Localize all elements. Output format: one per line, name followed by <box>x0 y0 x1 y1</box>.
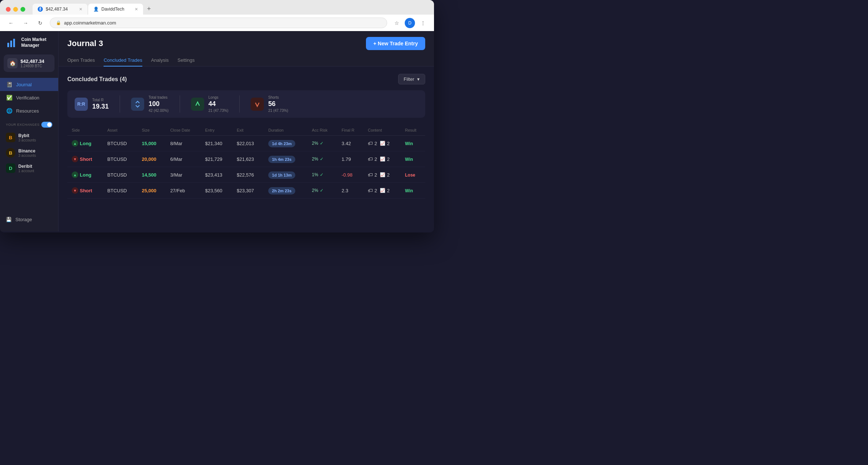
new-tab-button[interactable]: + <box>144 4 154 14</box>
browser-tab-2[interactable]: 👤 DaviddTech ✕ <box>88 4 143 15</box>
binance-name: Binance <box>18 148 52 154</box>
sidebar-item-verification[interactable]: ✅ Verification <box>0 91 58 104</box>
filter-button[interactable]: Filter ▾ <box>398 74 425 84</box>
table-body: ▲ Long BTCUSD 15,000 8/Mar $21,340 $22,0… <box>67 136 425 199</box>
check-icon-1: ✓ <box>320 156 323 162</box>
table-head: Side Asset Size Close Date Entry Exit Du… <box>67 125 425 136</box>
result-badge-2: Lose <box>405 173 415 178</box>
sidebar-item-journal[interactable]: 📓 Journal <box>0 78 58 91</box>
cell-content-3: 🏷 2 📈 2 <box>363 183 401 199</box>
tab-title-2: DaviddTech <box>101 7 124 12</box>
new-trade-button[interactable]: + New Trade Entry <box>366 37 425 50</box>
risk-cell-1: 2% ✓ <box>312 156 333 162</box>
duration-badge-2: 1d 1h 13m <box>268 171 295 179</box>
main-header: Journal 3 + New Trade Entry Open Trades … <box>59 31 434 67</box>
tabs-nav: Open Trades Concluded Trades Analysis Se… <box>67 54 425 66</box>
cell-close-date-0: 8/Mar <box>166 136 201 151</box>
result-badge-0: Win <box>405 141 413 146</box>
shorts-label: Shorts <box>268 95 288 99</box>
wallet-card[interactable]: 🏠 $42,487.34 1.24939 BTC <box>4 54 55 72</box>
close-tab-1[interactable]: ✕ <box>79 7 82 12</box>
duration-badge-0: 1d 4h 23m <box>268 140 295 147</box>
tab-analysis[interactable]: Analysis <box>151 54 169 67</box>
exchange-binance[interactable]: B Binance 3 accounts <box>0 145 58 160</box>
exchange-bybit[interactable]: B Bybit 3 accounts <box>0 130 58 145</box>
resources-label: Resources <box>16 108 39 114</box>
cell-size-0: 15,000 <box>138 136 166 151</box>
table-row[interactable]: ▼ Short BTCUSD 20,000 6/Mar $21,729 $21,… <box>67 151 425 167</box>
cell-close-date-2: 3/Mar <box>166 167 201 183</box>
back-button[interactable]: ← <box>6 18 16 28</box>
exchanges-section-label: YOUR EXCHANGES <box>0 117 58 130</box>
toolbar-actions: ☆ D ⋮ <box>392 18 428 28</box>
profile-button[interactable]: D <box>405 18 415 28</box>
close-button[interactable] <box>6 7 11 12</box>
check-icon-0: ✓ <box>320 141 323 146</box>
tab-settings[interactable]: Settings <box>177 54 195 67</box>
stat-longs: Longs 44 21 (47.73%) <box>180 95 239 113</box>
tab-concluded-trades[interactable]: Concluded Trades <box>104 54 142 67</box>
trades-details: Total trades 100 42 (42.00%) <box>149 95 168 113</box>
check-icon-3: ✓ <box>320 188 323 193</box>
col-final-r: Final R <box>337 125 364 136</box>
svg-rect-1 <box>10 41 12 47</box>
maximize-button[interactable] <box>20 7 25 12</box>
shorts-icon <box>251 98 264 111</box>
sidebar-item-storage[interactable]: 💾 Storage <box>0 213 58 226</box>
cell-close-date-1: 6/Mar <box>166 151 201 167</box>
bybit-accounts: 3 accounts <box>18 138 52 142</box>
stat-shorts: Shorts 56 21 (47.73%) <box>239 95 299 113</box>
cell-size-2: 14,500 <box>138 167 166 183</box>
filter-label: Filter <box>404 76 414 82</box>
binance-accounts: 3 accounts <box>18 154 52 158</box>
binance-icon: B <box>6 148 15 158</box>
cell-acc-risk-2: 1% ✓ <box>307 167 337 183</box>
deribit-accounts: 1 account <box>18 169 52 173</box>
verification-label: Verification <box>16 95 40 101</box>
cell-side-1: ▼ Short <box>67 151 103 167</box>
reload-button[interactable]: ↻ <box>35 18 45 28</box>
star-button[interactable]: ☆ <box>392 18 402 28</box>
minimize-button[interactable] <box>13 7 18 12</box>
table-row[interactable]: ▲ Long BTCUSD 14,500 3/Mar $23,413 $22,5… <box>67 167 425 183</box>
tab-open-trades[interactable]: Open Trades <box>67 54 95 67</box>
section-header: Concluded Trades (4) Filter ▾ <box>67 74 425 84</box>
cell-asset-0: BTCUSD <box>103 136 137 151</box>
trades-table: Side Asset Size Close Date Entry Exit Du… <box>67 125 425 199</box>
fav-toggle[interactable] <box>41 122 52 128</box>
risk-cell-3: 2% ✓ <box>312 188 333 193</box>
cell-exit-2: $22,576 <box>232 167 264 183</box>
main-content: Journal 3 + New Trade Entry Open Trades … <box>59 31 434 231</box>
cell-entry-1: $21,729 <box>201 151 232 167</box>
sidebar-item-resources[interactable]: 🌐 Resources <box>0 104 58 117</box>
cell-side-2: ▲ Long <box>67 167 103 183</box>
risk-cell-2: 1% ✓ <box>312 172 333 177</box>
rr-icon: R:R <box>75 98 88 111</box>
table-row[interactable]: ▼ Short BTCUSD 25,000 27/Feb $23,560 $23… <box>67 183 425 199</box>
cell-result-1: Win <box>401 151 425 167</box>
bybit-icon: B <box>6 133 15 142</box>
content-area: Concluded Trades (4) Filter ▾ R:R Total … <box>59 67 434 231</box>
trades-value: 100 <box>149 100 168 108</box>
logo-icon <box>6 37 18 49</box>
exchange-deribit[interactable]: D Deribit 1 account <box>0 160 58 176</box>
col-asset: Asset <box>103 125 137 136</box>
close-tab-2[interactable]: ✕ <box>135 7 138 12</box>
address-bar[interactable]: 🔒 app.coinmarketman.com <box>50 18 387 28</box>
table-row[interactable]: ▲ Long BTCUSD 15,000 8/Mar $21,340 $22,0… <box>67 136 425 151</box>
shorts-value: 56 <box>268 100 288 108</box>
forward-button[interactable]: → <box>20 18 31 28</box>
cell-final-r-0: 3.42 <box>337 136 364 151</box>
shorts-details: Shorts 56 21 (47.73%) <box>268 95 288 113</box>
cell-entry-0: $21,340 <box>201 136 232 151</box>
bybit-info: Bybit 3 accounts <box>18 133 52 142</box>
cell-asset-2: BTCUSD <box>103 167 137 183</box>
chart-icon-1: 📈 <box>380 156 385 162</box>
side-text-0: Long <box>80 141 91 146</box>
browser-tab-1[interactable]: ₿ $42,487.34 ✕ <box>33 4 87 15</box>
col-result: Result <box>401 125 425 136</box>
cell-side-0: ▲ Long <box>67 136 103 151</box>
browser-titlebar: ₿ $42,487.34 ✕ 👤 DaviddTech ✕ + <box>0 0 434 15</box>
cell-side-3: ▼ Short <box>67 183 103 199</box>
menu-button[interactable]: ⋮ <box>418 18 428 28</box>
